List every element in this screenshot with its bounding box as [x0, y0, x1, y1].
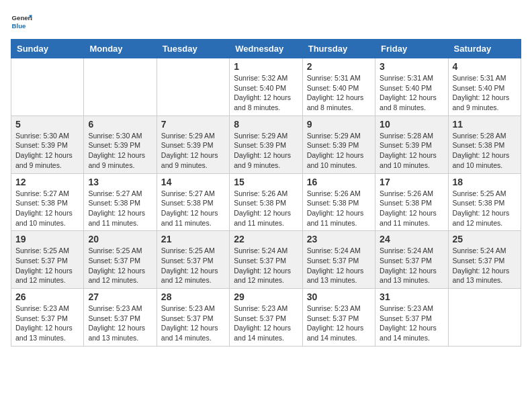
day-info: Sunrise: 5:30 AM Sunset: 5:39 PM Dayligh… — [88, 131, 152, 171]
day-info: Sunrise: 5:31 AM Sunset: 5:40 PM Dayligh… — [453, 73, 517, 113]
day-number: 21 — [161, 234, 225, 244]
day-of-week-header: Sunday — [11, 40, 84, 58]
calendar-week-row: 19Sunrise: 5:25 AM Sunset: 5:37 PM Dayli… — [11, 231, 521, 289]
day-info: Sunrise: 5:27 AM Sunset: 5:38 PM Dayligh… — [88, 189, 152, 228]
day-info: Sunrise: 5:23 AM Sunset: 5:37 PM Dayligh… — [15, 304, 79, 343]
calendar-day-cell: 7Sunrise: 5:29 AM Sunset: 5:39 PM Daylig… — [157, 116, 229, 173]
day-number: 14 — [161, 177, 225, 187]
day-number: 3 — [380, 61, 443, 72]
calendar-day-cell: 17Sunrise: 5:26 AM Sunset: 5:38 PM Dayli… — [375, 173, 448, 231]
day-number: 10 — [380, 119, 443, 130]
calendar-week-row: 1Sunrise: 5:32 AM Sunset: 5:40 PM Daylig… — [11, 58, 521, 116]
day-info: Sunrise: 5:26 AM Sunset: 5:38 PM Dayligh… — [380, 189, 443, 228]
calendar-day-cell: 16Sunrise: 5:26 AM Sunset: 5:38 PM Dayli… — [302, 173, 375, 231]
day-info: Sunrise: 5:26 AM Sunset: 5:38 PM Dayligh… — [307, 189, 371, 228]
calendar-day-cell: 27Sunrise: 5:23 AM Sunset: 5:37 PM Dayli… — [84, 289, 157, 347]
day-info: Sunrise: 5:24 AM Sunset: 5:37 PM Dayligh… — [234, 246, 298, 285]
day-of-week-header: Thursday — [302, 40, 375, 58]
calendar-day-cell: 26Sunrise: 5:23 AM Sunset: 5:37 PM Dayli… — [11, 289, 84, 347]
day-info: Sunrise: 5:23 AM Sunset: 5:37 PM Dayligh… — [380, 304, 443, 343]
calendar-day-cell: 4Sunrise: 5:31 AM Sunset: 5:40 PM Daylig… — [448, 58, 521, 116]
calendar-day-cell: 19Sunrise: 5:25 AM Sunset: 5:37 PM Dayli… — [11, 231, 84, 289]
day-info: Sunrise: 5:29 AM Sunset: 5:39 PM Dayligh… — [161, 131, 225, 171]
calendar-day-cell: 25Sunrise: 5:24 AM Sunset: 5:37 PM Dayli… — [448, 231, 521, 289]
calendar-day-cell: 10Sunrise: 5:28 AM Sunset: 5:39 PM Dayli… — [375, 116, 448, 173]
calendar-day-cell: 21Sunrise: 5:25 AM Sunset: 5:37 PM Dayli… — [157, 231, 229, 289]
calendar-day-cell: 15Sunrise: 5:26 AM Sunset: 5:38 PM Dayli… — [230, 173, 302, 231]
calendar-day-cell: 18Sunrise: 5:25 AM Sunset: 5:38 PM Dayli… — [448, 173, 521, 231]
day-info: Sunrise: 5:32 AM Sunset: 5:40 PM Dayligh… — [234, 73, 298, 113]
day-info: Sunrise: 5:24 AM Sunset: 5:37 PM Dayligh… — [453, 246, 517, 285]
day-number: 1 — [234, 61, 298, 72]
day-number: 8 — [234, 119, 298, 130]
day-info: Sunrise: 5:27 AM Sunset: 5:38 PM Dayligh… — [161, 189, 225, 228]
day-info: Sunrise: 5:23 AM Sunset: 5:37 PM Dayligh… — [307, 304, 371, 343]
day-of-week-header: Wednesday — [230, 40, 302, 58]
day-info: Sunrise: 5:23 AM Sunset: 5:37 PM Dayligh… — [161, 304, 225, 343]
calendar-day-cell: 24Sunrise: 5:24 AM Sunset: 5:37 PM Dayli… — [375, 231, 448, 289]
calendar-day-cell: 5Sunrise: 5:30 AM Sunset: 5:39 PM Daylig… — [11, 116, 84, 173]
day-info: Sunrise: 5:28 AM Sunset: 5:38 PM Dayligh… — [453, 131, 517, 171]
day-info: Sunrise: 5:29 AM Sunset: 5:39 PM Dayligh… — [307, 131, 371, 171]
day-of-week-header: Saturday — [448, 40, 521, 58]
calendar-day-cell: 6Sunrise: 5:30 AM Sunset: 5:39 PM Daylig… — [84, 116, 157, 173]
calendar-week-row: 26Sunrise: 5:23 AM Sunset: 5:37 PM Dayli… — [11, 289, 521, 347]
day-of-week-header: Tuesday — [157, 40, 229, 58]
day-info: Sunrise: 5:25 AM Sunset: 5:37 PM Dayligh… — [88, 246, 152, 285]
logo: General Blue — [11, 11, 32, 32]
day-info: Sunrise: 5:31 AM Sunset: 5:40 PM Dayligh… — [380, 73, 443, 113]
day-number: 28 — [161, 291, 225, 302]
day-number: 4 — [453, 61, 517, 72]
day-info: Sunrise: 5:29 AM Sunset: 5:39 PM Dayligh… — [234, 131, 298, 171]
header: General Blue — [11, 11, 521, 32]
day-info: Sunrise: 5:28 AM Sunset: 5:39 PM Dayligh… — [380, 131, 443, 171]
calendar-day-cell: 13Sunrise: 5:27 AM Sunset: 5:38 PM Dayli… — [84, 173, 157, 231]
header-row: SundayMondayTuesdayWednesdayThursdayFrid… — [11, 40, 521, 58]
day-info: Sunrise: 5:30 AM Sunset: 5:39 PM Dayligh… — [15, 131, 79, 171]
day-number: 25 — [453, 234, 517, 244]
day-number: 7 — [161, 119, 225, 130]
day-number: 31 — [380, 291, 443, 302]
day-info: Sunrise: 5:27 AM Sunset: 5:38 PM Dayligh… — [15, 189, 79, 228]
calendar-day-cell — [84, 58, 157, 116]
calendar-day-cell: 12Sunrise: 5:27 AM Sunset: 5:38 PM Dayli… — [11, 173, 84, 231]
day-info: Sunrise: 5:24 AM Sunset: 5:37 PM Dayligh… — [307, 246, 371, 285]
calendar-day-cell — [157, 58, 229, 116]
calendar-day-cell — [448, 289, 521, 347]
calendar-day-cell: 28Sunrise: 5:23 AM Sunset: 5:37 PM Dayli… — [157, 289, 229, 347]
day-number: 12 — [15, 177, 79, 187]
day-number: 23 — [307, 234, 371, 244]
calendar-week-row: 12Sunrise: 5:27 AM Sunset: 5:38 PM Dayli… — [11, 173, 521, 231]
calendar-day-cell: 31Sunrise: 5:23 AM Sunset: 5:37 PM Dayli… — [375, 289, 448, 347]
day-number: 17 — [380, 177, 443, 187]
day-info: Sunrise: 5:25 AM Sunset: 5:37 PM Dayligh… — [15, 246, 79, 285]
calendar-day-cell: 23Sunrise: 5:24 AM Sunset: 5:37 PM Dayli… — [302, 231, 375, 289]
day-info: Sunrise: 5:26 AM Sunset: 5:38 PM Dayligh… — [234, 189, 298, 228]
day-number: 20 — [88, 234, 152, 244]
day-number: 26 — [15, 291, 79, 302]
day-number: 30 — [307, 291, 371, 302]
day-number: 13 — [88, 177, 152, 187]
day-of-week-header: Monday — [84, 40, 157, 58]
day-info: Sunrise: 5:31 AM Sunset: 5:40 PM Dayligh… — [307, 73, 371, 113]
calendar-table: SundayMondayTuesdayWednesdayThursdayFrid… — [11, 39, 521, 347]
day-number: 22 — [234, 234, 298, 244]
calendar-day-cell: 11Sunrise: 5:28 AM Sunset: 5:38 PM Dayli… — [448, 116, 521, 173]
day-info: Sunrise: 5:23 AM Sunset: 5:37 PM Dayligh… — [88, 304, 152, 343]
calendar-week-row: 5Sunrise: 5:30 AM Sunset: 5:39 PM Daylig… — [11, 116, 521, 173]
day-number: 11 — [453, 119, 517, 130]
calendar-day-cell: 29Sunrise: 5:23 AM Sunset: 5:37 PM Dayli… — [230, 289, 302, 347]
calendar-day-cell: 8Sunrise: 5:29 AM Sunset: 5:39 PM Daylig… — [230, 116, 302, 173]
day-number: 27 — [88, 291, 152, 302]
calendar-day-cell: 2Sunrise: 5:31 AM Sunset: 5:40 PM Daylig… — [302, 58, 375, 116]
day-number: 24 — [380, 234, 443, 244]
svg-text:Blue: Blue — [12, 22, 26, 30]
day-info: Sunrise: 5:24 AM Sunset: 5:37 PM Dayligh… — [380, 246, 443, 285]
day-info: Sunrise: 5:23 AM Sunset: 5:37 PM Dayligh… — [234, 304, 298, 343]
day-number: 16 — [307, 177, 371, 187]
calendar-day-cell: 22Sunrise: 5:24 AM Sunset: 5:37 PM Dayli… — [230, 231, 302, 289]
calendar-day-cell: 30Sunrise: 5:23 AM Sunset: 5:37 PM Dayli… — [302, 289, 375, 347]
calendar-day-cell: 9Sunrise: 5:29 AM Sunset: 5:39 PM Daylig… — [302, 116, 375, 173]
day-number: 2 — [307, 61, 371, 72]
day-number: 5 — [15, 119, 79, 130]
